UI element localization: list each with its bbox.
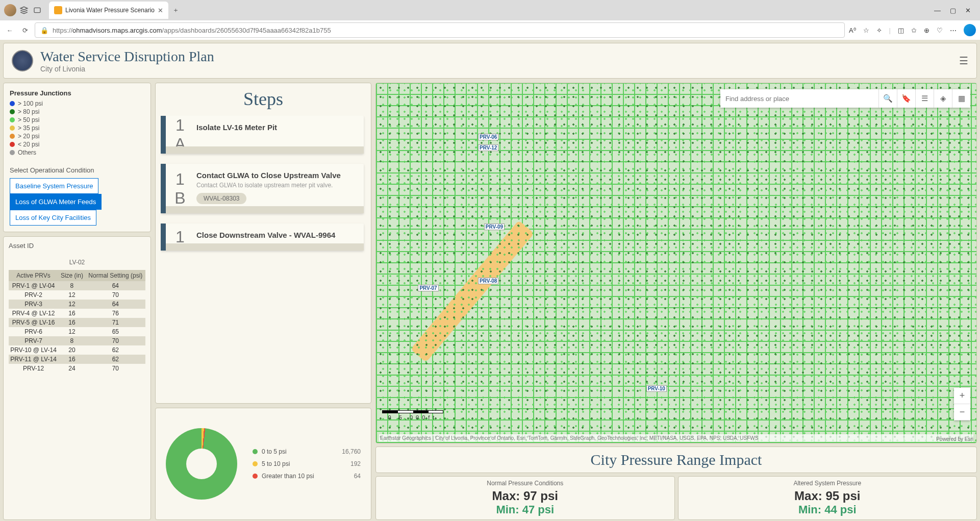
map-prv-label[interactable]: PRV-09 (484, 224, 505, 230)
step-number: 1B (166, 164, 194, 213)
copilot-icon[interactable] (964, 24, 976, 36)
map-prv-label[interactable]: PRV-12 (478, 144, 498, 151)
legend-item: > 35 psi (10, 125, 144, 132)
table-row[interactable]: PRV-10 @ LV-142062 (9, 345, 145, 355)
table-row[interactable]: PRV-31264 (9, 300, 145, 309)
donut-chart-panel: 0 to 5 psi16,7605 to 10 psi192Greater th… (155, 408, 371, 520)
prv-table: Active PRVsSize (in)Normal Setting (psi)… (9, 270, 145, 373)
map-prv-label[interactable]: PRV-08 (478, 278, 498, 284)
step-card[interactable]: 1A Isolate LV-16 Meter Pit (161, 116, 364, 154)
condition-label: Select Operational Condition (10, 166, 144, 174)
dashboard-header: Water Service Disruption Plan City of Li… (3, 43, 977, 79)
new-tab-button[interactable]: ＋ (170, 5, 182, 16)
refresh-icon[interactable]: ⟳ (19, 24, 31, 36)
city-seal-icon (12, 50, 33, 71)
back-icon[interactable]: ← (4, 24, 15, 36)
steps-list[interactable]: 1A Isolate LV-16 Meter Pit 1B Contact GL… (161, 116, 366, 398)
step-card[interactable]: 1 Close Downstream Valve - WVAL-9964 (161, 224, 364, 251)
steps-title: Steps (161, 88, 366, 110)
table-row[interactable]: PRV-21270 (9, 290, 145, 300)
profile-avatar[interactable] (4, 4, 16, 16)
zoom-in-button[interactable]: + (954, 388, 970, 404)
map-toolbar: 🔍 🔖 ☰ ◈ ▦ (720, 89, 970, 108)
bookmark-icon[interactable]: 🔖 (897, 89, 915, 108)
search-icon[interactable]: 🔍 (878, 89, 897, 108)
legend-dot-icon (10, 150, 15, 155)
close-window-icon[interactable]: ✕ (965, 7, 971, 14)
browser-tab[interactable]: Livonia Water Pressure Scenario ✕ (49, 2, 168, 19)
collections-icon[interactable]: ⊕ (924, 27, 929, 34)
legend-item: > 50 psi (10, 116, 144, 123)
read-aloud-icon[interactable]: A⁰ (849, 27, 856, 34)
favorite-icon[interactable]: ☆ (863, 27, 869, 34)
impact-normal: Normal Pressure Conditions Max: 97 psi M… (375, 476, 675, 520)
tab-title: Livonia Water Pressure Scenario (65, 7, 155, 14)
legend-label: > 100 psi (18, 100, 43, 107)
layers-icon[interactable]: ◈ (934, 89, 952, 108)
basemap-icon[interactable]: ▦ (952, 89, 970, 108)
table-row[interactable]: PRV-7870 (9, 336, 145, 345)
legend-dot-icon (10, 126, 15, 131)
map[interactable]: PRV-06 PRV-12 PRV-09 PRV-07 PRV-08 PRV-1… (375, 83, 977, 443)
legend-label: > 80 psi (18, 108, 39, 115)
table-header: Active PRVs (9, 270, 58, 281)
performance-icon[interactable]: ♡ (937, 27, 943, 34)
maximize-icon[interactable]: ▢ (950, 7, 956, 14)
step-title: Close Downstream Valve - WVAL-9964 (196, 231, 358, 239)
map-prv-label[interactable]: PRV-06 (478, 134, 498, 140)
asset-label: Asset ID (9, 242, 145, 250)
legend-label: Others (18, 149, 36, 156)
step-card[interactable]: 1B Contact GLWA to Close Upstream Valve … (161, 164, 364, 213)
zoom-out-button[interactable]: − (954, 404, 970, 420)
table-row[interactable]: PRV-5 @ LV-161671 (9, 318, 145, 327)
more-icon[interactable]: ⋯ (950, 27, 957, 34)
impact-normal-label: Normal Pressure Conditions (379, 480, 671, 487)
legend-dot-icon (10, 109, 15, 114)
extensions-icon[interactable]: ✧ (876, 27, 882, 34)
step-number: 1 (166, 224, 194, 251)
window-controls: — ▢ ✕ (934, 7, 976, 14)
minimize-icon[interactable]: — (934, 7, 941, 14)
legend-dot-icon (253, 474, 258, 479)
impact-normal-min: Min: 47 psi (379, 503, 671, 516)
condition-option[interactable]: Loss of Key City Facilities (10, 210, 96, 226)
legend-item: > 80 psi (10, 108, 144, 115)
split-screen-icon[interactable]: ◫ (898, 27, 904, 34)
legend-icon[interactable]: ☰ (915, 89, 934, 108)
map-prv-label[interactable]: PRV-10 (646, 385, 667, 392)
tab-actions-icon[interactable] (32, 5, 43, 16)
condition-option[interactable]: Loss of GLWA Meter Feeds (10, 194, 102, 210)
dashboard: Water Service Disruption Plan City of Li… (0, 40, 980, 521)
table-header: Normal Setting (psi) (86, 270, 145, 281)
page-subtitle: City of Livonia (40, 65, 214, 73)
tab-close-icon[interactable]: ✕ (158, 7, 163, 14)
url-input[interactable]: 🔒 https://ohmadvisors.maps.arcgis.com/ap… (35, 22, 845, 38)
step-number: 1A (166, 116, 194, 154)
menu-icon[interactable]: ☰ (959, 55, 968, 67)
table-row[interactable]: PRV-1 @ LV-04864 (9, 281, 145, 290)
table-row[interactable]: PRV-4 @ LV-121676 (9, 309, 145, 318)
map-prv-label[interactable]: PRV-07 (418, 285, 438, 291)
table-row[interactable]: PRV-61265 (9, 327, 145, 336)
table-row[interactable]: PRV-11 @ LV-141662 (9, 355, 145, 364)
workspaces-icon[interactable] (18, 5, 30, 16)
url-text: https://ohmadvisors.maps.arcgis.com/apps… (53, 27, 331, 34)
legend-title: Pressure Junctions (10, 89, 144, 97)
donut-legend: 0 to 5 psi16,7605 to 10 psi192Greater th… (253, 443, 361, 485)
step-desc: Contact GLWA to isolate upstream meter p… (196, 182, 358, 189)
page-title: Water Service Disruption Plan (40, 48, 214, 65)
asset-panel: Asset ID LV-02 Active PRVsSize (in)Norma… (3, 236, 151, 520)
map-search-input[interactable] (720, 89, 878, 108)
impact-title: City Pressure Range Impact (375, 446, 977, 473)
legend-label: > 20 psi (18, 133, 39, 140)
table-row[interactable]: PRV-122470 (9, 364, 145, 373)
step-title: Contact GLWA to Close Upstream Valve (196, 171, 358, 180)
legend-dot-icon (253, 449, 258, 454)
browser-chrome: Livonia Water Pressure Scenario ✕ ＋ — ▢ … (0, 0, 980, 40)
legend-label: > 35 psi (18, 125, 39, 132)
condition-option[interactable]: Baseline System Pressure (10, 178, 98, 194)
asset-id: LV-02 (9, 259, 145, 266)
address-bar: ← ⟳ 🔒 https://ohmadvisors.maps.arcgis.co… (0, 20, 980, 40)
favorites-bar-icon[interactable]: ✩ (911, 27, 917, 34)
steps-panel: Steps 1A Isolate LV-16 Meter Pit 1B Cont… (155, 83, 371, 404)
